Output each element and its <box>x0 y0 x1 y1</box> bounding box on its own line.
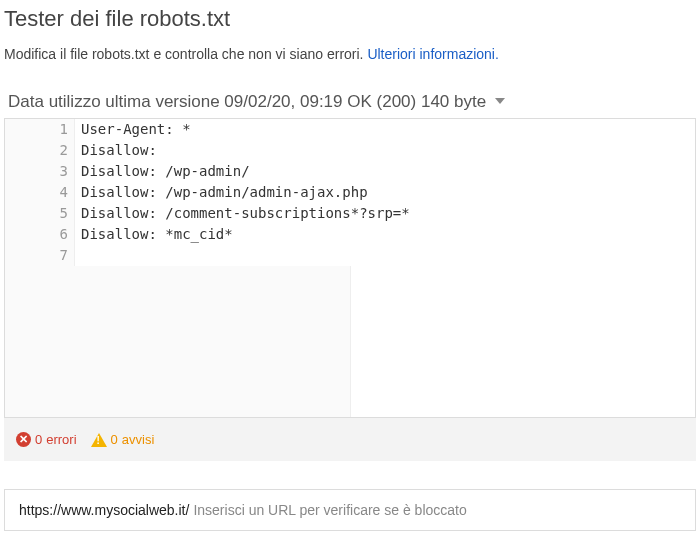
line-number: 3 <box>5 161 75 182</box>
intro-text: Modifica il file robots.txt e controlla … <box>4 46 696 62</box>
code-line: 5Disallow: /comment-subscriptions*?srp=* <box>5 203 695 224</box>
messages-bar: ✕ 0 errori 0 avvisi <box>4 418 696 461</box>
warnings-count: 0 <box>111 432 118 447</box>
line-number: 2 <box>5 140 75 161</box>
errors-indicator: ✕ 0 errori <box>16 432 77 447</box>
url-test-box: https://www.mysocialweb.it/ <box>4 489 696 531</box>
code-text[interactable]: User-Agent: * <box>75 119 191 140</box>
version-status-text: Data utilizzo ultima versione 09/02/20, … <box>8 92 486 111</box>
intro-plain: Modifica il file robots.txt e controlla … <box>4 46 367 62</box>
learn-more-link[interactable]: Ulteriori informazioni. <box>367 46 498 62</box>
code-text[interactable]: Disallow: *mc_cid* <box>75 224 233 245</box>
line-number: 4 <box>5 182 75 203</box>
warning-icon <box>91 433 107 447</box>
code-line: 3Disallow: /wp-admin/ <box>5 161 695 182</box>
code-line: 6Disallow: *mc_cid* <box>5 224 695 245</box>
robots-editor[interactable]: 1User-Agent: *2Disallow:3Disallow: /wp-a… <box>4 118 696 418</box>
code-line: 2Disallow: <box>5 140 695 161</box>
url-test-input[interactable] <box>193 500 681 520</box>
page-title: Tester dei file robots.txt <box>4 6 696 32</box>
errors-count: 0 <box>35 432 42 447</box>
error-icon: ✕ <box>16 432 31 447</box>
version-status-dropdown[interactable]: Data utilizzo ultima versione 09/02/20, … <box>0 86 700 118</box>
code-line: 7 <box>5 245 695 266</box>
code-text[interactable]: Disallow: <box>75 140 157 161</box>
warnings-indicator: 0 avvisi <box>91 432 155 447</box>
code-line: 4Disallow: /wp-admin/admin-ajax.php <box>5 182 695 203</box>
code-line: 1User-Agent: * <box>5 119 695 140</box>
line-number: 7 <box>5 245 75 266</box>
url-prefix: https://www.mysocialweb.it/ <box>19 502 189 518</box>
errors-label: errori <box>46 432 76 447</box>
line-number: 5 <box>5 203 75 224</box>
line-number: 1 <box>5 119 75 140</box>
code-text[interactable]: Disallow: /wp-admin/admin-ajax.php <box>75 182 368 203</box>
code-text[interactable]: Disallow: /wp-admin/ <box>75 161 250 182</box>
chevron-down-icon <box>495 98 505 104</box>
line-number: 6 <box>5 224 75 245</box>
code-text[interactable]: Disallow: /comment-subscriptions*?srp=* <box>75 203 410 224</box>
warnings-label: avvisi <box>122 432 155 447</box>
